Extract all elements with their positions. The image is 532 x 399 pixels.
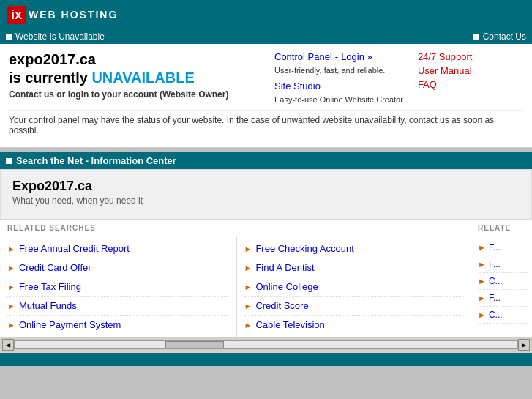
- support-col: 24/7 Support User Manual FAQ: [418, 51, 472, 104]
- list-item: ► Online Payment System: [7, 316, 229, 334]
- arrow-icon: ►: [478, 310, 486, 319]
- unavailable-section: expo2017.ca is currently UNAVAILABLE Con…: [9, 51, 523, 104]
- status-prefix: is currently: [9, 70, 91, 86]
- related-content: ► Free Annual Credit Report ► Credit Car…: [0, 236, 532, 337]
- user-manual-link[interactable]: User Manual: [418, 65, 472, 76]
- link-free-checking[interactable]: Free Checking Account: [255, 243, 353, 254]
- arrow-icon: ►: [244, 321, 252, 329]
- related-header-row: RELATED SEARCHES RELATE: [0, 220, 532, 236]
- link-credit-score[interactable]: Credit Score: [255, 300, 308, 311]
- support-247-link[interactable]: 24/7 Support: [418, 51, 472, 62]
- right-col: Control Panel - Login » User-friendly, f…: [274, 51, 523, 104]
- arrow-icon: ►: [244, 245, 252, 253]
- info-bar: Search the Net - Information Center: [0, 152, 532, 169]
- arrow-icon: ►: [478, 243, 486, 252]
- logo: ix WEB HOSTING: [7, 6, 118, 24]
- scroll-left-btn[interactable]: ◀: [2, 339, 14, 351]
- link-online-college[interactable]: Online College: [255, 281, 318, 292]
- left-col: expo2017.ca is currently UNAVAILABLE Con…: [9, 51, 274, 104]
- tagline: User-friendly, fast, and reliable.: [274, 66, 403, 75]
- bottom-bar: [0, 353, 532, 366]
- link-cable-tv[interactable]: Cable Television: [255, 319, 324, 330]
- link-online-payment[interactable]: Online Payment System: [19, 319, 121, 330]
- related-label-a: RELATED SEARCHES: [0, 220, 473, 236]
- link-c3[interactable]: C...: [489, 276, 503, 286]
- arrow-icon: ►: [244, 264, 252, 272]
- link-find-dentist[interactable]: Find A Dentist: [255, 262, 314, 273]
- list-item: ► Credit Score: [244, 297, 466, 316]
- site-studio-sub: Easy-to-use Online Website Creator: [274, 95, 403, 104]
- list-item: ► F...: [478, 290, 528, 307]
- dash: -: [335, 51, 338, 62]
- list-item: ► Mutual Funds: [7, 297, 229, 316]
- scroll-track[interactable]: [14, 340, 518, 349]
- scroll-right-btn[interactable]: ▶: [518, 339, 530, 351]
- unavailable-text: is currently UNAVAILABLE: [9, 70, 274, 86]
- arrow-icon: ►: [478, 277, 486, 286]
- link-c2[interactable]: F...: [489, 259, 501, 269]
- link-c1[interactable]: F...: [489, 242, 501, 253]
- status-highlight: UNAVAILABLE: [91, 70, 194, 86]
- arrow-icon: ►: [7, 283, 15, 291]
- link-c5[interactable]: C...: [489, 310, 503, 320]
- horizontal-scrollbar[interactable]: ◀ ▶: [0, 337, 532, 353]
- search-area: Expo2017.ca What you need, when you need…: [0, 169, 532, 220]
- list-item: ► Credit Card Offer: [7, 258, 229, 277]
- control-panel-link[interactable]: Control Panel: [274, 51, 332, 62]
- arrow-icon: ►: [7, 321, 15, 329]
- arrow-icon: ►: [478, 260, 486, 269]
- domain-title: expo2017.ca: [9, 51, 274, 68]
- links-col-b: ► Free Checking Account ► Find A Dentist…: [237, 236, 474, 337]
- top-bar-left: Website Is Unavailable: [6, 31, 105, 42]
- links-col-c: ► F... ► F... ► C... ► F... ► C...: [473, 236, 532, 337]
- list-item: ► Find A Dentist: [244, 258, 466, 277]
- unavailable-label: Website Is Unavailable: [15, 31, 105, 42]
- link-free-annual[interactable]: Free Annual Credit Report: [19, 243, 130, 254]
- info-center-label: Search the Net - Information Center: [16, 155, 176, 166]
- faq-link[interactable]: FAQ: [418, 79, 472, 90]
- list-item: ► Cable Television: [244, 316, 466, 334]
- site-studio-link[interactable]: Site Studio: [274, 81, 321, 92]
- contact-line: Contact us or login to your account (Web…: [9, 89, 274, 100]
- info-bullet-icon: [6, 158, 12, 164]
- bullet-icon: [6, 34, 12, 40]
- right-links-col: Control Panel - Login » User-friendly, f…: [274, 51, 403, 104]
- arrow-icon: ►: [244, 283, 252, 291]
- list-item: ► F...: [478, 256, 528, 273]
- main-content: expo2017.ca is currently UNAVAILABLE Con…: [0, 44, 532, 148]
- link-credit-card[interactable]: Credit Card Offer: [19, 262, 91, 273]
- arrow-icon: ►: [478, 294, 486, 302]
- related-searches-container: RELATED SEARCHES RELATE ► Free Annual Cr…: [0, 220, 532, 337]
- list-item: ► F...: [478, 239, 528, 256]
- arrow-icon: ►: [244, 302, 252, 310]
- notice-text: Your control panel may have the status o…: [9, 110, 523, 140]
- login-link[interactable]: Login »: [341, 51, 372, 62]
- link-free-tax[interactable]: Free Tax Filing: [19, 281, 81, 292]
- link-c4[interactable]: F...: [489, 293, 501, 303]
- top-bar-right[interactable]: Contact Us: [473, 31, 526, 42]
- link-mutual-funds[interactable]: Mutual Funds: [19, 300, 77, 311]
- scroll-thumb[interactable]: [165, 341, 224, 348]
- logo-text: WEB HOSTING: [29, 9, 118, 20]
- contact-us-link[interactable]: Contact Us: [483, 31, 526, 42]
- list-item: ► Free Checking Account: [244, 239, 466, 258]
- search-title: Expo2017.ca: [12, 179, 520, 194]
- top-bar: Website Is Unavailable Contact Us: [0, 29, 532, 44]
- arrow-icon: ►: [7, 245, 15, 253]
- arrow-icon: ►: [7, 264, 15, 272]
- list-item: ► Free Tax Filing: [7, 277, 229, 297]
- bullet-icon-2: [473, 34, 479, 40]
- logo-ix: ix: [7, 6, 26, 24]
- header: ix WEB HOSTING: [0, 0, 532, 29]
- list-item: ► Free Annual Credit Report: [7, 239, 229, 258]
- related-label-b: RELATE: [473, 220, 532, 236]
- search-subtitle: What you need, when you need it: [12, 195, 520, 206]
- list-item: ► C...: [478, 307, 528, 324]
- cp-login-row: Control Panel - Login »: [274, 51, 403, 62]
- links-col-a: ► Free Annual Credit Report ► Credit Car…: [0, 236, 237, 337]
- list-item: ► C...: [478, 273, 528, 290]
- list-item: ► Online College: [244, 277, 466, 297]
- arrow-icon: ►: [7, 302, 15, 310]
